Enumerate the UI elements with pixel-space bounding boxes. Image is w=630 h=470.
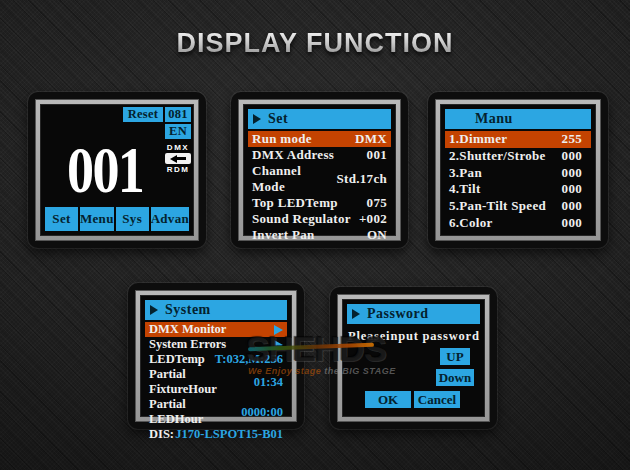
password-dialog-header: Password	[347, 304, 480, 324]
row-label: LEDTemp	[149, 352, 205, 367]
system-menu-header: System	[145, 300, 287, 320]
row-label: DMX Address	[252, 147, 334, 163]
main-menu-bar: Set Menu Sys Advan	[45, 207, 189, 231]
set-menu-screen: Set Run mode DMX DMX Address 001 Channel…	[243, 104, 396, 236]
status-cluster: Reset 081 EN DMX RDM	[123, 107, 191, 174]
menu-row-invert-pan[interactable]: Invert Pan ON	[248, 227, 391, 243]
display-function-poster: DISPLAY FUNCTION 001 Reset 081 EN DMX	[0, 0, 630, 470]
manu-menu-bezel: Manu 1.Dimmer 255 2.Shutter/Strobe 000 3…	[435, 99, 601, 241]
dmx-label: DMX	[167, 143, 189, 152]
advan-button[interactable]: Advan	[151, 207, 189, 231]
menu-row-dmx-address[interactable]: DMX Address 001	[248, 147, 391, 163]
row-value: 000	[562, 198, 582, 214]
password-dialog-screen: Password Pleaseinput password UP Down OK…	[342, 299, 485, 417]
set-menu-panel: Set Run mode DMX DMX Address 001 Channel…	[231, 92, 408, 248]
menu-button[interactable]: Menu	[80, 207, 114, 231]
menu-row-color[interactable]: 6.Color 000	[445, 214, 591, 231]
menu-row-partial-led-hour[interactable]: Partial LEDHour 0000:00	[145, 397, 287, 427]
menu-row-dis[interactable]: DIS: J170-LSPOT15-B01	[145, 427, 287, 442]
row-value: 000	[562, 165, 582, 181]
set-menu-title: Set	[268, 111, 288, 127]
row-value: 000	[562, 148, 582, 164]
row-label: System Errors	[149, 337, 226, 352]
menu-row-dmx-monitor[interactable]: DMX Monitor	[145, 322, 287, 337]
row-label: 2.Shutter/Strobe	[449, 148, 546, 164]
manu-menu-title: Manu	[475, 111, 513, 127]
dialog-actions: OK Cancel	[365, 391, 480, 408]
submenu-arrow-icon	[274, 340, 283, 350]
row-label: 3.Pan	[449, 165, 482, 181]
menu-row-sound-regulator[interactable]: Sound Regulator +002	[248, 211, 391, 227]
password-prompt: Pleaseinput password	[348, 329, 480, 344]
row-value: 01:34	[254, 375, 283, 390]
password-dialog-panel: Password Pleaseinput password UP Down OK…	[330, 287, 497, 429]
row-label: Channel Mode	[252, 163, 337, 195]
up-button[interactable]: UP	[440, 348, 470, 365]
row-value: Std.17ch	[337, 171, 387, 187]
row-label: Top LEDTemp	[252, 195, 338, 211]
left-arrow-icon	[165, 153, 191, 164]
set-menu-bezel: Set Run mode DMX DMX Address 001 Channel…	[238, 99, 401, 241]
row-value: 001	[367, 147, 387, 163]
menu-row-top-ledtemp[interactable]: Top LEDTemp 075	[248, 195, 391, 211]
manu-menu-panel: Manu 1.Dimmer 255 2.Shutter/Strobe 000 3…	[428, 92, 608, 248]
system-menu-title: System	[165, 302, 211, 318]
reset-button[interactable]: Reset	[123, 107, 163, 122]
menu-row-partial-fixture-hour[interactable]: Partial FixtureHour 01:34	[145, 367, 287, 397]
sys-button[interactable]: Sys	[116, 207, 149, 231]
system-menu-bezel: System DMX Monitor System Errors LEDTemp…	[135, 290, 297, 422]
cancel-button[interactable]: Cancel	[414, 391, 460, 408]
menu-row-tilt[interactable]: 4.Tilt 000	[445, 181, 591, 198]
menu-row-pan[interactable]: 3.Pan 000	[445, 164, 591, 181]
row-label: Partial LEDHour	[149, 397, 241, 427]
row-label: Run mode	[252, 131, 312, 147]
menu-arrow-icon	[253, 114, 261, 124]
main-display-screen: 001 Reset 081 EN DMX RDM	[40, 104, 194, 236]
row-label: 4.Tilt	[449, 181, 481, 197]
system-menu-panel: System DMX Monitor System Errors LEDTemp…	[128, 283, 304, 429]
row-value: J170-LSPOT15-B01	[175, 427, 283, 442]
manu-menu-header: Manu	[445, 109, 591, 129]
rdm-label: RDM	[167, 165, 190, 174]
row-value: 000	[562, 181, 582, 197]
manu-menu-screen: Manu 1.Dimmer 255 2.Shutter/Strobe 000 3…	[440, 104, 596, 236]
row-value: +002	[359, 211, 387, 227]
system-menu-screen: System DMX Monitor System Errors LEDTemp…	[140, 295, 292, 417]
language-badge: EN	[165, 124, 191, 139]
menu-row-run-mode[interactable]: Run mode DMX	[248, 131, 391, 147]
row-label: Partial FixtureHour	[149, 367, 254, 397]
password-dialog-title: Password	[367, 306, 429, 322]
row-label: 6.Color	[449, 215, 493, 231]
row-label: DIS:	[149, 427, 174, 442]
menu-row-channel-mode[interactable]: Channel Mode Std.17ch	[248, 163, 391, 195]
row-value: 255	[562, 131, 582, 147]
ok-button[interactable]: OK	[365, 391, 411, 408]
set-menu-header: Set	[248, 109, 391, 129]
main-display-bezel: 001 Reset 081 EN DMX RDM	[35, 99, 199, 241]
row-label: 5.Pan-Tilt Speed	[449, 198, 546, 214]
address-badge: 081	[165, 107, 191, 122]
menu-row-system-errors[interactable]: System Errors	[145, 337, 287, 352]
menu-row-dimmer[interactable]: 1.Dimmer 255	[445, 131, 591, 148]
down-button[interactable]: Down	[436, 369, 474, 386]
row-value: DMX	[355, 131, 387, 147]
row-label: 1.Dimmer	[449, 131, 507, 147]
page-title: DISPLAY FUNCTION	[0, 28, 630, 59]
main-display-panel: 001 Reset 081 EN DMX RDM	[28, 92, 206, 248]
set-button[interactable]: Set	[45, 207, 78, 231]
row-value: T:032,M:256	[215, 352, 283, 367]
row-label: Sound Regulator	[252, 211, 351, 227]
password-dialog-bezel: Password Pleaseinput password UP Down OK…	[337, 294, 490, 422]
row-label: DMX Monitor	[149, 322, 226, 337]
menu-arrow-icon	[352, 309, 360, 319]
menu-row-ledtemp[interactable]: LEDTemp T:032,M:256	[145, 352, 287, 367]
dmx-rdm-indicator: DMX RDM	[165, 143, 191, 174]
row-value: 0000:00	[241, 405, 283, 420]
menu-row-shutter-strobe[interactable]: 2.Shutter/Strobe 000	[445, 148, 591, 165]
menu-arrow-icon	[150, 305, 158, 315]
menu-row-pan-tilt-speed[interactable]: 5.Pan-Tilt Speed 000	[445, 198, 591, 215]
row-label: Invert Pan	[252, 227, 315, 243]
submenu-arrow-icon	[274, 325, 283, 335]
row-value: ON	[367, 227, 387, 243]
row-value: 000	[562, 215, 582, 231]
